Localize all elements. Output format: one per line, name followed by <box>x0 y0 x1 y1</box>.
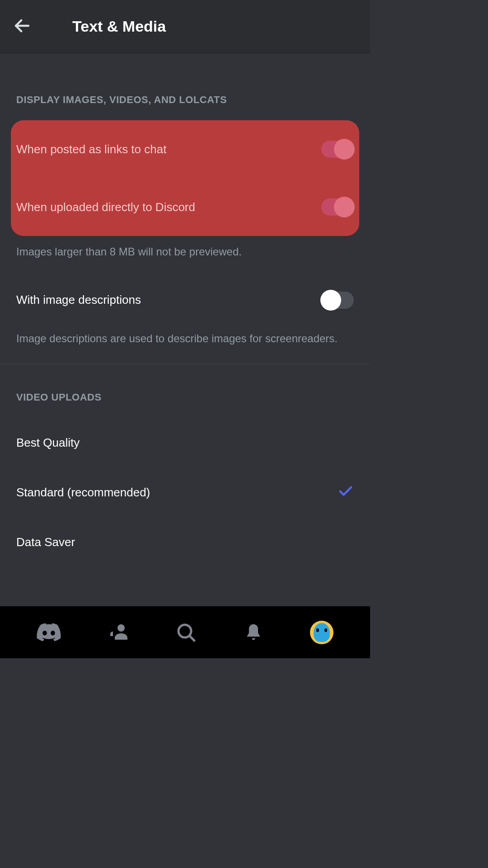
nav-profile-avatar[interactable] <box>310 621 333 644</box>
setting-label: When posted as links to chat <box>16 142 166 156</box>
toggle-knob <box>320 290 341 311</box>
back-arrow-icon[interactable] <box>13 16 32 37</box>
settings-content: DISPLAY IMAGES, VIDEOS, AND LOLCATS When… <box>0 94 370 567</box>
svg-point-1 <box>117 624 125 632</box>
header-bar: Text & Media <box>0 0 370 53</box>
toggle-knob <box>334 197 355 217</box>
nav-notifications-icon[interactable] <box>244 622 263 643</box>
toggle-image-descriptions[interactable] <box>321 292 354 309</box>
option-label: Best Quality <box>16 436 80 450</box>
option-best-quality[interactable]: Best Quality <box>16 418 354 467</box>
avatar-icon <box>310 621 333 644</box>
setting-image-descriptions[interactable]: With image descriptions <box>16 278 354 323</box>
option-label: Data Saver <box>16 535 75 549</box>
section-header-video: VIDEO UPLOADS <box>16 392 354 403</box>
setting-uploaded-directly[interactable]: When uploaded directly to Discord <box>16 178 354 236</box>
toggle-uploaded-directly[interactable] <box>321 198 354 216</box>
nav-friends-icon[interactable] <box>108 622 129 643</box>
option-label: Standard (recommended) <box>16 486 150 500</box>
toggle-knob <box>334 139 355 160</box>
option-standard[interactable]: Standard (recommended) <box>16 467 354 517</box>
section-header-display: DISPLAY IMAGES, VIDEOS, AND LOLCATS <box>16 94 354 106</box>
toggle-posted-as-links[interactable] <box>321 141 354 158</box>
page-title: Text & Media <box>72 18 166 35</box>
setting-posted-as-links[interactable]: When posted as links to chat <box>16 120 354 178</box>
setting-label: With image descriptions <box>16 293 141 307</box>
setting-label: When uploaded directly to Discord <box>16 200 195 214</box>
bottom-navigation <box>0 606 370 658</box>
helper-text-descriptions: Image descriptions are used to describe … <box>16 331 354 346</box>
option-data-saver[interactable]: Data Saver <box>16 517 354 567</box>
svg-line-3 <box>190 636 194 641</box>
section-divider <box>0 364 370 364</box>
nav-search-icon[interactable] <box>175 622 197 643</box>
highlighted-settings-box: When posted as links to chat When upload… <box>11 120 359 236</box>
nav-discord-icon[interactable] <box>37 623 61 642</box>
helper-text-size: Images larger than 8 MB will not be prev… <box>16 244 354 259</box>
checkmark-icon <box>338 483 354 501</box>
